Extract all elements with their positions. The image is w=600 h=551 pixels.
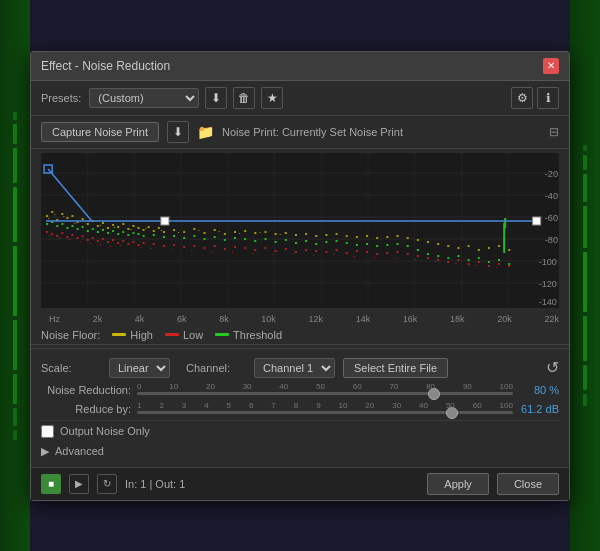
svg-rect-131 — [285, 248, 287, 250]
scale-channel-row: Scale: Linear Channel: Channel 1 Select … — [41, 358, 559, 378]
io-status: In: 1 | Out: 1 — [125, 478, 419, 490]
svg-rect-170 — [293, 253, 294, 254]
reduce-by-track: 123456 789102030 405060100 — [137, 401, 513, 417]
svg-rect-103 — [71, 234, 73, 236]
noise-reduction-row: Noise Reduction: 010203040 5060708090100… — [41, 382, 559, 398]
reset-button[interactable]: ↺ — [546, 358, 559, 377]
svg-rect-186 — [71, 225, 73, 227]
advanced-row[interactable]: ▶ Advanced — [41, 442, 559, 461]
svg-rect-44 — [148, 226, 150, 228]
svg-rect-31 — [82, 218, 84, 220]
svg-rect-85 — [75, 223, 76, 224]
info-icon[interactable]: ℹ — [537, 87, 559, 109]
svg-rect-192 — [102, 229, 104, 231]
capture-noise-print-button[interactable]: Capture Noise Print — [41, 122, 159, 142]
svg-rect-25 — [51, 211, 53, 213]
scale-select[interactable]: Linear — [109, 358, 170, 378]
svg-rect-143 — [407, 253, 409, 255]
play-stop-button[interactable]: ■ — [41, 474, 61, 494]
output-noise-only-label[interactable]: Output Noise Only — [60, 425, 150, 437]
svg-text:-140: -140 — [539, 297, 557, 307]
svg-rect-142 — [396, 251, 398, 253]
play-button[interactable]: ▶ — [69, 474, 89, 494]
svg-rect-191 — [97, 231, 99, 233]
svg-rect-220 — [346, 242, 348, 244]
presets-select[interactable]: (Custom) — [89, 88, 199, 108]
svg-rect-206 — [204, 238, 206, 240]
svg-rect-145 — [427, 257, 429, 259]
reduce-by-slider[interactable] — [137, 411, 513, 414]
legend-threshold: Threshold — [215, 329, 282, 341]
noise-reduction-slider[interactable] — [137, 392, 513, 395]
svg-rect-27 — [61, 213, 63, 215]
svg-rect-49 — [183, 231, 185, 233]
svg-rect-39 — [122, 223, 124, 225]
svg-rect-159 — [100, 244, 101, 245]
svg-rect-234 — [488, 261, 490, 263]
close-icon[interactable]: ✕ — [543, 58, 559, 74]
svg-rect-38 — [117, 226, 119, 228]
svg-rect-35 — [102, 222, 104, 224]
toolbar: Presets: (Custom) ⬇ 🗑 ★ ⚙ ℹ — [31, 81, 569, 116]
collapse-icon[interactable]: ⊟ — [549, 125, 559, 139]
svg-rect-45 — [153, 230, 155, 232]
svg-rect-88 — [114, 227, 115, 228]
svg-rect-60 — [295, 234, 297, 236]
svg-rect-233 — [478, 257, 480, 259]
svg-rect-140 — [376, 253, 378, 255]
svg-rect-71 — [407, 237, 409, 239]
close-button[interactable]: Close — [497, 473, 559, 495]
svg-rect-119 — [163, 245, 165, 247]
svg-rect-100 — [56, 235, 58, 237]
svg-rect-92 — [178, 232, 179, 233]
svg-rect-214 — [285, 239, 287, 241]
delete-preset-button[interactable]: 🗑 — [233, 87, 255, 109]
svg-rect-227 — [417, 249, 419, 251]
svg-rect-82 — [48, 218, 49, 219]
svg-rect-194 — [112, 230, 114, 232]
svg-rect-124 — [214, 245, 216, 247]
svg-rect-151 — [488, 265, 490, 267]
svg-rect-102 — [66, 236, 68, 238]
svg-rect-219 — [336, 240, 338, 242]
svg-rect-81 — [508, 249, 510, 251]
svg-rect-77 — [468, 245, 470, 247]
channel-select[interactable]: Channel 1 — [254, 358, 335, 378]
apply-button[interactable]: Apply — [427, 473, 489, 495]
svg-rect-209 — [234, 237, 236, 239]
svg-rect-149 — [468, 263, 470, 265]
save-preset-button[interactable]: ⬇ — [205, 87, 227, 109]
svg-rect-120 — [173, 244, 175, 246]
svg-rect-144 — [417, 255, 419, 257]
svg-rect-217 — [315, 243, 317, 245]
output-noise-only-checkbox[interactable] — [41, 425, 54, 438]
svg-rect-156 — [69, 239, 70, 240]
select-entire-file-button[interactable]: Select Entire File — [343, 358, 448, 378]
title-bar: Effect - Noise Reduction ✕ — [31, 52, 569, 81]
svg-rect-228 — [427, 253, 429, 255]
svg-rect-185 — [66, 227, 68, 229]
svg-rect-89 — [130, 229, 131, 230]
svg-rect-155 — [59, 237, 60, 238]
favorite-preset-button[interactable]: ★ — [261, 87, 283, 109]
svg-rect-55 — [244, 230, 246, 232]
svg-rect-113 — [122, 240, 124, 242]
svg-rect-65 — [346, 235, 348, 237]
legend-low: Low — [165, 329, 203, 341]
svg-rect-104 — [77, 237, 79, 239]
svg-rect-107 — [92, 237, 94, 239]
svg-rect-63 — [325, 234, 327, 236]
scale-label: Scale: — [41, 362, 101, 374]
svg-rect-87 — [100, 225, 101, 226]
save-noise-print-button[interactable]: ⬇ — [167, 121, 189, 143]
frequency-labels: Hz 2k 4k 6k 8k 10k 12k 14k 16k 18k 20k 2… — [31, 312, 569, 326]
loop-button[interactable]: ↻ — [97, 474, 117, 494]
settings-icon[interactable]: ⚙ — [511, 87, 533, 109]
svg-rect-68 — [376, 237, 378, 239]
svg-rect-158 — [90, 243, 91, 244]
svg-rect-121 — [183, 246, 185, 248]
svg-rect-210 — [244, 238, 246, 240]
svg-rect-235 — [498, 259, 500, 261]
svg-rect-47 — [163, 231, 165, 233]
svg-rect-183 — [56, 225, 58, 227]
